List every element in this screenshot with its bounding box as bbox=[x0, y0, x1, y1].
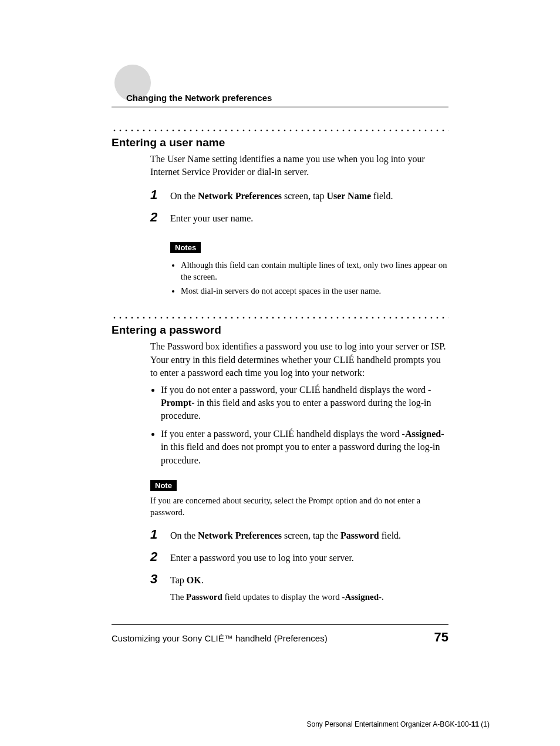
text: Tap bbox=[170, 575, 187, 585]
step-number: 2 bbox=[150, 211, 170, 224]
section1-steps: 1 On the Network Preferences screen, tap… bbox=[150, 189, 448, 226]
section2-intro: The Password box identifies a password y… bbox=[150, 340, 448, 379]
step-number: 1 bbox=[150, 528, 170, 541]
section-divider-dots bbox=[112, 126, 448, 133]
document-page: Changing the Network preferences Enterin… bbox=[0, 0, 560, 645]
page-footer: Customizing your Sony CLIÉ™ handheld (Pr… bbox=[112, 624, 448, 645]
note-item: Although this field can contain multiple… bbox=[181, 259, 448, 283]
text: The bbox=[170, 592, 186, 601]
bold-text: 11 bbox=[471, 720, 479, 728]
note-label: Note bbox=[150, 480, 177, 491]
section-divider-dots bbox=[112, 313, 448, 320]
step-text: Enter a password you use to log into you… bbox=[170, 550, 354, 564]
note-text: If you are concerned about security, sel… bbox=[150, 495, 448, 519]
bold-text: Password bbox=[186, 592, 222, 601]
notes-block: Notes Although this field can contain mu… bbox=[170, 234, 448, 297]
bullet-item: If you do not enter a password, your CLI… bbox=[161, 384, 448, 423]
step-subtext: The Password field updates to display th… bbox=[170, 591, 384, 603]
step-3: 3 Tap OK. The Password field updates to … bbox=[150, 573, 448, 603]
text: If you do not enter a password, your CLI… bbox=[161, 385, 428, 395]
doc-footer-line: Sony Personal Entertainment Organizer A-… bbox=[307, 720, 490, 728]
step-number: 2 bbox=[150, 550, 170, 563]
notes-list: Although this field can contain multiple… bbox=[170, 259, 448, 297]
step-number: 1 bbox=[150, 189, 170, 201]
note-item: Most dial-in servers do not accept space… bbox=[181, 285, 448, 297]
footer-text: Customizing your Sony CLIÉ™ handheld (Pr… bbox=[112, 633, 328, 643]
step-1: 1 On the Network Preferences screen, tap… bbox=[150, 189, 448, 203]
text: On the bbox=[170, 191, 198, 201]
text: in this field and does not prompt you to… bbox=[161, 442, 440, 465]
bold-text: Network Preferences bbox=[198, 530, 282, 540]
text: (1) bbox=[479, 720, 490, 728]
section2-bullets-wrap: If you do not enter a password, your CLI… bbox=[150, 384, 448, 467]
text: If you enter a password, your CLIÉ handh… bbox=[161, 429, 402, 439]
step-2: 2 Enter a password you use to log into y… bbox=[150, 550, 448, 564]
page-number: 75 bbox=[434, 630, 448, 645]
text: field updates to display the word bbox=[222, 592, 342, 601]
text: On the bbox=[170, 530, 198, 540]
text: . bbox=[201, 575, 204, 585]
note-block: Note If you are concerned about security… bbox=[150, 472, 448, 519]
text: . bbox=[382, 592, 384, 601]
step-text: On the Network Preferences screen, tap U… bbox=[170, 189, 393, 203]
bold-text: Network Preferences bbox=[198, 191, 282, 201]
text: screen, tap bbox=[282, 191, 326, 201]
bold-text: -Assigned- bbox=[342, 592, 382, 601]
section1-intro: The User Name setting identifies a name … bbox=[150, 153, 448, 179]
bold-text: OK bbox=[187, 575, 201, 585]
bold-text: -Assigned- bbox=[402, 429, 444, 439]
chapter-header: Changing the Network preferences bbox=[112, 70, 448, 108]
section-heading-password: Entering a password bbox=[112, 324, 448, 337]
bullet-item: If you enter a password, your CLIÉ handh… bbox=[161, 428, 448, 467]
bold-text: User Name bbox=[326, 191, 371, 201]
section-heading-username: Entering a user name bbox=[112, 136, 448, 149]
text: field. bbox=[371, 191, 393, 201]
notes-label: Notes bbox=[170, 242, 201, 253]
text: in this field and asks you to enter a pa… bbox=[161, 398, 431, 421]
step-text: Tap OK. The Password field updates to di… bbox=[170, 573, 384, 603]
section2-steps: 1 On the Network Preferences screen, tap… bbox=[150, 528, 448, 603]
text: screen, tap the bbox=[282, 530, 340, 540]
text: Sony Personal Entertainment Organizer A-… bbox=[307, 720, 471, 728]
text: field. bbox=[379, 530, 401, 540]
bold-text: Password bbox=[340, 530, 379, 540]
body-bullets: If you do not enter a password, your CLI… bbox=[150, 384, 448, 467]
chapter-title: Changing the Network preferences bbox=[112, 70, 448, 108]
step-number: 3 bbox=[150, 573, 170, 586]
step-1: 1 On the Network Preferences screen, tap… bbox=[150, 528, 448, 542]
step-text: On the Network Preferences screen, tap t… bbox=[170, 528, 401, 542]
step-text: Enter your user name. bbox=[170, 211, 253, 225]
step-2: 2 Enter your user name. bbox=[150, 211, 448, 225]
